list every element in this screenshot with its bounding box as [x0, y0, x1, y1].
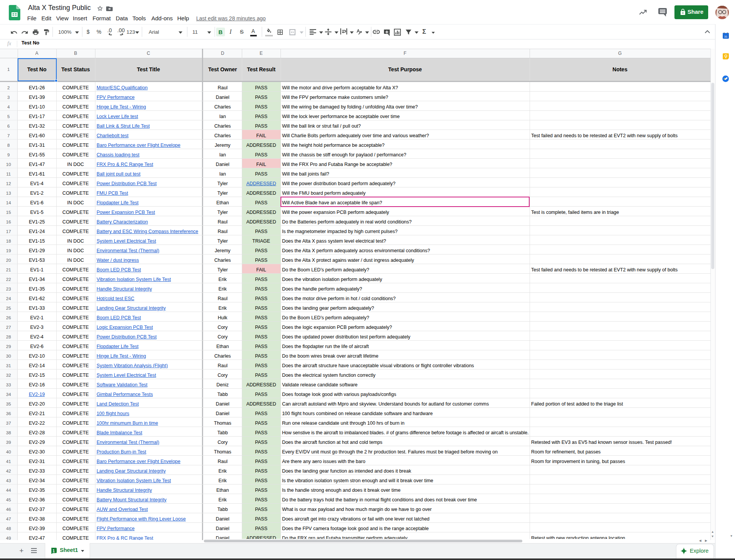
svg-text:31: 31: [724, 35, 728, 38]
svg-text:1: 1: [52, 549, 55, 553]
